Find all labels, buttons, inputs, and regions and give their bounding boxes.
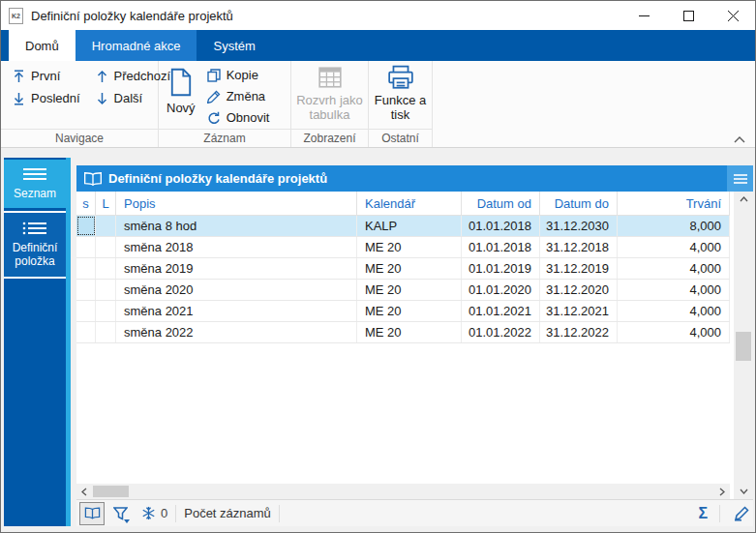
cell-datum-do: 31.12.2018 [540,237,618,257]
column-header-datum-do[interactable]: Datum do [540,192,618,215]
cell-trvani: 4,000 [618,301,730,321]
scroll-left-button[interactable] [76,484,92,499]
scroll-right-button[interactable] [714,484,730,499]
edit-mode-button[interactable] [728,502,753,525]
open-book-icon [83,171,103,187]
statusbar-separator [719,505,720,522]
records-table: s L Popis Kalendář Datum od Datum do Trv… [76,192,730,484]
table-grid-icon [318,65,343,90]
panel-menu-button[interactable] [727,165,753,192]
chevron-up-icon [740,196,748,202]
statusbar-separator [279,505,280,522]
table-row[interactable]: směna 2022 ME 20 01.01.2022 31.12.2022 4… [76,322,730,343]
cell-l [96,322,116,342]
title-bar: K2 Definiční položky kalendáře projektů [1,1,755,30]
app-window: K2 Definiční položky kalendáře projektů … [0,0,756,533]
arrow-to-bottom-icon [13,92,25,105]
table-row[interactable]: směna 2020 ME 20 01.01.2020 31.12.2020 4… [76,280,730,301]
cell-trvani: 4,000 [618,237,730,257]
vertical-scrollbar[interactable] [734,192,753,499]
cell-l [96,216,116,236]
sidebar-item-seznam[interactable]: Seznam [4,160,66,208]
sidebar-item-label: Seznam [12,187,58,200]
sum-button[interactable]: Σ [694,505,711,522]
arrow-to-top-icon [13,70,25,83]
column-header-s[interactable]: s [76,192,96,215]
column-header-popis[interactable]: Popis [116,192,357,215]
cell-s[interactable] [76,216,96,236]
freeze-filter-button[interactable] [137,502,159,525]
column-header-l[interactable]: L [96,192,116,215]
data-panel: Definiční položky kalendáře projektů s L… [76,165,753,526]
table-row[interactable]: směna 8 hod KALP 01.01.2018 31.12.2030 8… [76,216,730,237]
chevron-left-icon [81,488,87,496]
filter-funnel-icon [113,507,128,520]
first-button[interactable]: První [13,69,80,83]
ribbon: První Předchozí Poslední Další Navigace [1,61,755,148]
ribbon-empty-area [433,61,755,147]
cell-popis: směna 2020 [116,280,357,300]
tab-domu[interactable]: Domů [9,30,76,61]
cell-s [76,258,96,279]
minimize-button[interactable] [621,1,666,30]
horizontal-scrollbar-thumb[interactable] [93,486,129,497]
ribbon-group-ostatni: Funkce a tisk Ostatní [369,61,433,147]
column-header-datum-od[interactable]: Datum od [462,192,540,215]
cell-s [76,280,96,300]
cell-datum-od: 01.01.2022 [462,322,540,342]
last-button[interactable]: Poslední [13,91,80,105]
maximize-button[interactable] [666,1,711,30]
scroll-down-button[interactable] [734,484,753,499]
main-area: Seznam Definiční položka Definiční polož… [1,148,755,532]
scroll-up-button[interactable] [734,192,753,207]
ribbon-tab-bar: Domů Hromadné akce Systém [1,30,755,61]
cell-datum-do: 31.12.2030 [540,216,618,236]
vertical-scrollbar-thumb[interactable] [736,332,751,361]
cell-popis: směna 2021 [116,301,357,321]
sidebar-item-label: Definiční položka [4,241,66,269]
cell-datum-od: 01.01.2019 [462,258,540,279]
first-label: První [31,69,60,83]
table-row[interactable]: směna 2018 ME 20 01.01.2018 31.12.2018 4… [76,237,730,258]
functions-print-button[interactable]: Funkce a tisk [369,61,432,129]
edit-button[interactable]: Změna [207,89,270,104]
record-count-label: Počet záznamů [184,506,271,520]
column-header-trvani[interactable]: Trvání [618,192,730,215]
group-caption-ostatni: Ostatní [369,129,432,147]
filter-dropdown-caret [124,519,130,523]
cell-l [96,301,116,321]
refresh-button[interactable]: Obnovit [207,110,270,125]
table-row[interactable]: směna 2021 ME 20 01.01.2021 31.12.2021 4… [76,301,730,322]
table-row[interactable]: směna 2019 ME 20 01.01.2019 31.12.2019 4… [76,258,730,280]
list-icon [22,167,47,181]
detail-list-icon [22,222,47,235]
copy-button[interactable]: Kopie [207,68,270,82]
cell-kalendar: ME 20 [357,301,462,321]
window-title: Definiční položky kalendáře projektů [31,9,233,23]
refresh-icon [207,111,221,125]
filter-button[interactable] [108,502,132,525]
hamburger-menu-icon [733,173,748,185]
cell-trvani: 4,000 [618,322,730,342]
cell-datum-do: 31.12.2021 [540,301,618,321]
new-record-button[interactable]: Nový [166,64,196,127]
edit-label: Změna [227,89,265,104]
book-view-button[interactable] [79,502,105,525]
cell-s [76,237,96,257]
panel-header: Definiční položky kalendáře projektů [76,165,753,192]
tab-hromadne-akce[interactable]: Hromadné akce [76,30,197,61]
close-button[interactable] [711,1,755,30]
sidebar-item-definicni-polozka[interactable]: Definiční položka [4,211,66,279]
cell-datum-od: 01.01.2021 [462,301,540,321]
chevron-down-icon [740,489,748,494]
ribbon-collapse-chevron-icon[interactable] [734,136,745,143]
horizontal-scrollbar[interactable] [76,484,730,499]
minimize-icon [639,11,650,21]
tab-system[interactable]: Systém [197,30,271,61]
column-header-kalendar[interactable]: Kalendář [357,192,462,215]
sidebar-splitter[interactable] [66,158,71,526]
cell-trvani: 4,000 [618,280,730,300]
pencil-icon [207,90,221,104]
copy-label: Kopie [227,68,258,82]
statusbar-separator [175,505,176,522]
